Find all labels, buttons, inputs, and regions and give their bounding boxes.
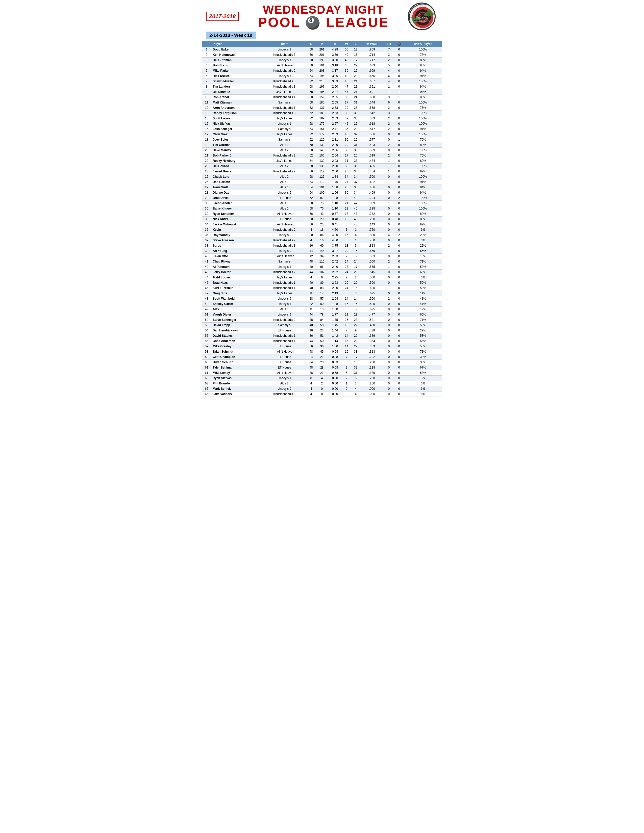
cell-value: 6 bbox=[351, 376, 360, 381]
cell-value: 40 bbox=[307, 286, 316, 291]
cell-value: 68 bbox=[307, 100, 316, 105]
cell-value: 35 bbox=[342, 127, 351, 132]
cell-value: 218 bbox=[316, 79, 328, 84]
team-name: Lindey's 9 bbox=[262, 190, 307, 195]
cell-value: 92 bbox=[316, 195, 328, 201]
cell-value: 39 bbox=[351, 365, 360, 370]
cell-value: 39 bbox=[202, 248, 211, 254]
cell-value: 86 bbox=[316, 233, 328, 238]
cell-value: 0 bbox=[384, 291, 394, 296]
cell-value: 43 bbox=[342, 58, 351, 63]
cell-value: 2.63 bbox=[328, 105, 342, 111]
cell-value: 40 bbox=[307, 323, 316, 328]
cell-value: 44 bbox=[307, 270, 316, 275]
cell-value: 31 bbox=[351, 100, 360, 105]
cell-value: 0 bbox=[384, 137, 394, 142]
cell-value: 56 bbox=[202, 338, 211, 344]
cell-value: 3 bbox=[384, 95, 394, 100]
cell-value: 26 bbox=[342, 185, 351, 190]
col-tr: TR bbox=[384, 41, 394, 47]
cell-value: 94% bbox=[404, 127, 442, 132]
cell-value: 5 bbox=[351, 254, 360, 259]
cell-value: 24 bbox=[342, 270, 351, 275]
table-row: 2Ken KolonowskiKnucklehead's 3562013.594… bbox=[202, 52, 442, 58]
cell-value: 45 bbox=[202, 280, 211, 286]
col-8: 🎱 bbox=[394, 41, 404, 47]
cell-value: 1.75 bbox=[328, 317, 342, 323]
cell-value: 58 bbox=[316, 323, 328, 328]
cell-value: 27 bbox=[342, 153, 351, 158]
cell-value: 56 bbox=[307, 52, 316, 58]
cell-value: 2.65 bbox=[328, 100, 342, 105]
cell-value: 2.63 bbox=[328, 116, 342, 121]
table-row: 11Matt KitzmanSammy's681802.653731.54460… bbox=[202, 100, 442, 105]
cell-value: 116 bbox=[316, 259, 328, 264]
cell-value: 6% bbox=[404, 391, 442, 397]
cell-value: 24 bbox=[342, 286, 351, 291]
cell-value: 33 bbox=[351, 349, 360, 354]
cell-value: 15 bbox=[342, 349, 351, 354]
cell-value: 16 bbox=[342, 301, 351, 307]
cell-value: 130 bbox=[316, 158, 328, 164]
player-name: Ryan Scheffler bbox=[211, 211, 262, 217]
player-name: Brad Haas bbox=[211, 280, 262, 286]
cell-value: 64 bbox=[307, 185, 316, 190]
cell-value: 0 bbox=[394, 238, 404, 243]
cell-value: 159 bbox=[316, 95, 328, 100]
team-name: Knucklehead's 2 bbox=[262, 68, 307, 74]
cell-value: 14 bbox=[342, 344, 351, 349]
table-row: 9Bill SchmitzJay's Lanes681952.874721.69… bbox=[202, 89, 442, 95]
cell-value: 201 bbox=[316, 52, 328, 58]
cell-value: 0 bbox=[384, 148, 394, 153]
cell-value: 72 bbox=[307, 132, 316, 137]
cell-value: 60 bbox=[307, 142, 316, 148]
cell-value: 52 bbox=[307, 105, 316, 111]
cell-value: 72 bbox=[307, 111, 316, 116]
cell-value: 24 bbox=[307, 360, 316, 365]
cell-value: 3.06 bbox=[328, 74, 342, 79]
cell-value: 0.50 bbox=[328, 376, 342, 381]
cell-value: 38 bbox=[342, 63, 351, 68]
team-name: It Ain't Heaven bbox=[262, 222, 307, 227]
cell-value: 8 bbox=[342, 222, 351, 227]
cell-value: .483 bbox=[361, 142, 384, 148]
cell-value: .575 bbox=[361, 264, 384, 270]
cell-value: 53% bbox=[404, 370, 442, 376]
cell-value: 0 bbox=[394, 211, 404, 217]
cell-value: 11% bbox=[404, 291, 442, 296]
cell-value: 56 bbox=[307, 169, 316, 174]
cell-value: 25 bbox=[342, 317, 351, 323]
cell-value: 52 bbox=[202, 317, 211, 323]
cell-value: 42 bbox=[202, 264, 211, 270]
cell-value: 2 bbox=[384, 142, 394, 148]
cell-value: 20 bbox=[202, 148, 211, 153]
player-name: Mike Greeley bbox=[211, 344, 262, 349]
player-name: Bryan Schultz bbox=[211, 360, 262, 365]
col-played: %%% Played bbox=[404, 41, 442, 47]
cell-value: 11 bbox=[202, 100, 211, 105]
cell-value: 0 bbox=[384, 312, 394, 317]
cell-value: 2 bbox=[384, 116, 394, 121]
cell-value: 59% bbox=[404, 280, 442, 286]
cell-value: .600 bbox=[361, 286, 384, 291]
cell-value: 0.41 bbox=[328, 222, 342, 227]
cell-value: 0.00 bbox=[328, 386, 342, 391]
player-name: Al Peterson bbox=[211, 264, 262, 270]
player-name: Alex bbox=[211, 307, 262, 312]
cell-value: 18 bbox=[342, 323, 351, 328]
cell-value: .519 bbox=[361, 153, 384, 158]
cell-value: 3.03 bbox=[328, 79, 342, 84]
cell-value: 4 bbox=[307, 391, 316, 397]
cell-value: 41 bbox=[202, 259, 211, 264]
cell-value: .438 bbox=[361, 328, 384, 333]
cell-value: 40 bbox=[307, 264, 316, 270]
cell-value: 59% bbox=[404, 264, 442, 270]
player-name: Doug Epker bbox=[211, 47, 262, 52]
cell-value: 64 bbox=[307, 127, 316, 132]
player-name: Dan Hendrickson bbox=[211, 328, 262, 333]
cell-value: 82% bbox=[404, 222, 442, 227]
cell-value: 56 bbox=[307, 222, 316, 227]
cell-value: 100% bbox=[404, 174, 442, 180]
team-name: Sammy's bbox=[262, 137, 307, 142]
cell-value: 1 bbox=[202, 47, 211, 52]
